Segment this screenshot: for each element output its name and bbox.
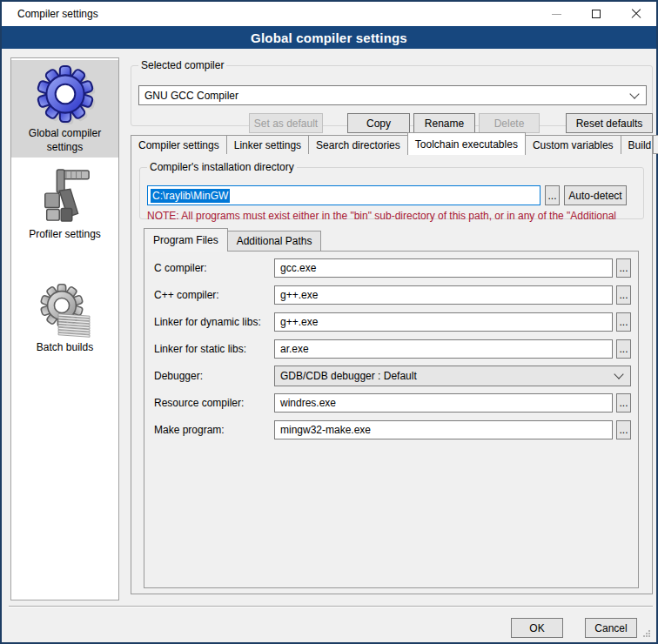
c-compiler-row: C compiler:gcc.exe... [154, 258, 631, 278]
sidebar-item-label: Global compiler settings [11, 127, 118, 158]
tab-compiler-settings[interactable]: Compiler settings [131, 135, 227, 154]
sidebar-item-batch-builds[interactable]: Batch builds [11, 279, 118, 359]
selected-path-text: C:\raylib\MinGW [151, 189, 230, 203]
set-as-default-button[interactable]: Set as default [249, 113, 323, 133]
make-program-browse-button[interactable]: ... [616, 420, 631, 439]
note-text: NOTE: All programs must exist either in … [147, 210, 636, 222]
c-compiler-input-value: gcc.exe [280, 262, 316, 274]
copy-button[interactable]: Copy [347, 113, 410, 133]
cpp-compiler-input[interactable]: g++.exe [274, 285, 613, 305]
linker-for-dynamic-libs-browse-button[interactable]: ... [616, 312, 631, 332]
make-program-input[interactable]: mingw32-make.exe [274, 420, 613, 439]
chevron-down-icon [614, 369, 623, 379]
tab-build-options[interactable]: Build options [621, 135, 653, 154]
ok-button[interactable]: OK [511, 618, 563, 638]
tab-custom-variables[interactable]: Custom variables [525, 135, 621, 154]
selected-compiler-group: Selected compiler GNU GCC Compiler Set a… [131, 59, 653, 126]
subtab-program-files[interactable]: Program Files [144, 228, 228, 252]
resource-compiler-browse-button[interactable]: ... [616, 393, 631, 413]
window-controls [536, 2, 656, 26]
linker-for-dynamic-libs-input-value: g++.exe [280, 316, 318, 328]
resource-compiler-input-value: windres.exe [280, 397, 336, 409]
linker-for-dynamic-libs-input[interactable]: g++.exe [274, 312, 613, 332]
debugger-select-value: GDB/CDB debugger : Default [280, 370, 417, 382]
close-icon [631, 9, 641, 19]
tab-scroll-left-button[interactable] [653, 135, 658, 154]
linker-for-static-libs-row: Linker for static libs:ar.exe... [154, 339, 631, 359]
resize-grip[interactable] [641, 628, 652, 639]
installation-directory-input[interactable]: C:\raylib\MinGW [147, 185, 540, 205]
close-button[interactable] [616, 2, 656, 26]
blue-gear-icon [35, 64, 96, 124]
debugger-select[interactable]: GDB/CDB debugger : Default [274, 366, 631, 386]
sidebar-item-label: Profiler settings [25, 228, 104, 245]
rename-button[interactable]: Rename [413, 113, 475, 133]
cancel-button[interactable]: Cancel [585, 618, 637, 638]
installation-directory-group: Compiler's installation directory C:\ray… [139, 161, 644, 219]
cpp-compiler-browse-button[interactable]: ... [616, 285, 631, 305]
profiler-caliper-icon [38, 168, 92, 225]
window-title: Compiler settings [2, 8, 98, 20]
debugger-label: Debugger: [154, 370, 274, 382]
compiler-select-value: GNU GCC Compiler [144, 90, 238, 102]
subtab-additional-paths[interactable]: Additional Paths [227, 231, 322, 251]
tab-scroll-buttons [653, 135, 658, 154]
debugger-row: Debugger:GDB/CDB debugger : Default [154, 366, 631, 386]
title-bar: Compiler settings [2, 2, 656, 26]
c-compiler-input[interactable]: gcc.exe [274, 258, 613, 278]
maximize-button[interactable] [576, 2, 616, 26]
cpp-compiler-input-value: g++.exe [280, 289, 318, 301]
minimize-button[interactable] [536, 2, 576, 26]
auto-detect-button[interactable]: Auto-detect [564, 185, 627, 205]
batch-gear-stack-icon [37, 283, 93, 339]
cpp-compiler-label: C++ compiler: [154, 289, 274, 301]
sidebar-item-global-compiler-settings[interactable]: Global compiler settings [11, 60, 118, 158]
make-program-row: Make program:mingw32-make.exe... [154, 420, 631, 439]
sidebar-item-label: Batch builds [33, 341, 97, 359]
sidebar-item-profiler-settings[interactable]: Profiler settings [11, 164, 118, 245]
c-compiler-label: C compiler: [154, 262, 274, 274]
dialog-header: Global compiler settings [2, 26, 656, 49]
installation-directory-legend: Compiler's installation directory [147, 161, 297, 173]
tab-search-directories[interactable]: Search directories [308, 135, 408, 154]
tab-linker-settings[interactable]: Linker settings [226, 135, 309, 154]
installation-directory-browse-button[interactable]: ... [545, 185, 560, 205]
linker-for-static-libs-input[interactable]: ar.exe [274, 339, 613, 359]
linker-for-static-libs-input-value: ar.exe [280, 343, 309, 355]
maximize-icon [592, 10, 601, 18]
linker-for-static-libs-browse-button[interactable]: ... [616, 339, 631, 359]
settings-category-list: Global compiler settings Profiler settin… [10, 57, 119, 600]
linker-for-static-libs-label: Linker for static libs: [154, 343, 274, 355]
tab-toolchain-executables[interactable]: Toolchain executables [407, 132, 526, 155]
cpp-compiler-row: C++ compiler:g++.exe... [154, 285, 631, 305]
compiler-settings-dialog: Compiler settings Global compiler settin… [0, 0, 658, 644]
make-program-label: Make program: [154, 424, 274, 436]
toolchain-executables-page: Compiler's installation directory C:\ray… [131, 153, 653, 594]
program-files-page: C compiler:gcc.exe...C++ compiler:g++.ex… [144, 251, 639, 588]
make-program-input-value: mingw32-make.exe [280, 424, 371, 436]
chevron-down-icon [629, 89, 639, 98]
reset-defaults-button[interactable]: Reset defaults [566, 113, 653, 133]
compiler-select[interactable]: GNU GCC Compiler [138, 85, 647, 105]
minimize-icon [552, 14, 561, 15]
c-compiler-browse-button[interactable]: ... [616, 258, 631, 278]
linker-for-dynamic-libs-row: Linker for dynamic libs:g++.exe... [154, 312, 631, 332]
delete-button[interactable]: Delete [479, 113, 540, 133]
paths-tab-bar: Program FilesAdditional Paths [144, 227, 320, 251]
footer-separator [9, 606, 653, 607]
resource-compiler-row: Resource compiler:windres.exe... [154, 393, 631, 413]
linker-for-dynamic-libs-label: Linker for dynamic libs: [154, 316, 274, 328]
settings-tab-bar: Compiler settingsLinker settingsSearch d… [131, 131, 653, 154]
selected-compiler-legend: Selected compiler [138, 59, 226, 71]
resource-compiler-input[interactable]: windres.exe [274, 393, 613, 413]
resource-compiler-label: Resource compiler: [154, 397, 274, 409]
main-content: Selected compiler GNU GCC Compiler Set a… [131, 54, 653, 600]
